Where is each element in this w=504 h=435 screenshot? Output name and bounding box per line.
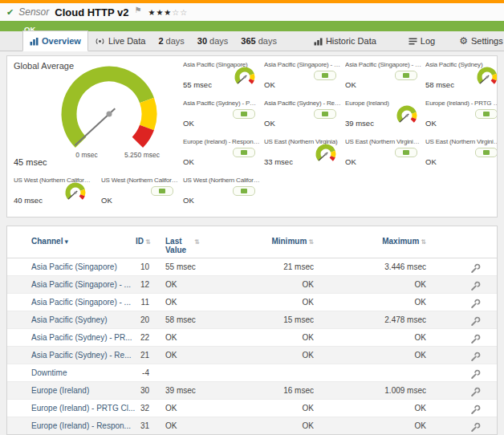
channel-cell[interactable]: Europe (Ireland) - PRTG Cloud... OK — [425, 100, 498, 130]
channel-cell[interactable]: US East (Northern Virginia) 33 msec — [264, 138, 341, 169]
channel-cell[interactable]: US West (Northern California)... OK — [101, 177, 178, 207]
cell-minimum: 21 msec — [254, 258, 314, 275]
cell-last-value: OK — [165, 329, 254, 346]
tab-log[interactable]: Log — [402, 31, 441, 51]
cell-channel[interactable]: Asia Pacific (Singapore) — [7, 258, 136, 275]
table-row[interactable]: Asia Pacific (Singapore) - ... 11 OK OK … — [7, 294, 497, 311]
channel-value: OK — [183, 119, 194, 128]
stars-filled[interactable]: ★★★ — [148, 8, 172, 17]
table-row[interactable]: Asia Pacific (Singapore) - ... 12 OK OK … — [7, 276, 497, 294]
channel-cell[interactable]: Asia Pacific (Sydney) - Respo... OK — [264, 100, 341, 130]
col-header-maximum[interactable]: Maximum⇅ — [314, 237, 426, 246]
table-row[interactable]: Asia Pacific (Sydney) - PR... 22 OK OK O… — [7, 329, 497, 347]
channel-value: OK — [264, 119, 275, 128]
tab-30-days[interactable]: 30days — [191, 31, 235, 51]
wrench-icon[interactable] — [470, 299, 481, 309]
wrench-icon[interactable] — [470, 334, 481, 344]
cell-channel[interactable]: Europe (Ireland) - Respon... — [7, 417, 136, 434]
channel-status-indicator — [395, 148, 417, 157]
table-row[interactable]: Asia Pacific (Sydney) - Re... 21 OK OK O… — [7, 347, 497, 364]
table-row[interactable]: Asia Pacific (Sydney) 20 58 msec 15 msec… — [7, 311, 497, 329]
wrench-icon[interactable] — [470, 263, 481, 274]
cell-minimum: OK — [254, 417, 314, 434]
cell-id: 32 — [136, 400, 149, 417]
cell-last-value: OK — [165, 294, 254, 311]
tab-settings[interactable]: ⚙ Settings — [453, 31, 504, 51]
channel-status-indicator — [233, 148, 255, 157]
channel-cell[interactable]: Asia Pacific (Singapore) - Res... OK — [345, 61, 422, 91]
channel-cell[interactable]: Asia Pacific (Singapore) 55 msec — [183, 61, 260, 91]
overview-icon — [30, 37, 39, 46]
cell-channel[interactable]: Asia Pacific (Sydney) - Re... — [7, 347, 136, 364]
status-ok-segment — [322, 73, 328, 78]
col-label: Last Value — [165, 237, 193, 254]
tab-365-days[interactable]: 365days — [234, 31, 283, 51]
col-header-channel[interactable]: Channel▾ — [7, 237, 136, 246]
channel-value: OK — [425, 157, 437, 166]
col-header-id[interactable]: ID⇅ — [136, 237, 149, 246]
status-ok-segment — [241, 112, 247, 116]
status-ok-segment — [241, 150, 247, 155]
channel-status-indicator — [475, 148, 498, 157]
cell-channel[interactable]: Europe (Ireland) — [7, 382, 136, 399]
channel-cell[interactable]: Asia Pacific (Sydney) - PRTG C... OK — [183, 100, 260, 130]
wrench-icon[interactable] — [470, 405, 481, 415]
settings-gear-icon: ⚙ — [459, 36, 468, 46]
priority-stars[interactable]: ★★★☆☆ — [148, 8, 188, 17]
col-header-last-value[interactable]: Last Value⇅ — [165, 237, 254, 254]
status-ok-segment — [483, 150, 490, 155]
wrench-icon[interactable] — [470, 387, 481, 397]
cell-minimum: OK — [254, 294, 314, 311]
channel-label: Asia Pacific (Sydney) - Respo... — [264, 100, 341, 107]
table-row[interactable]: Europe (Ireland) - PRTG Cl... 32 OK OK O… — [7, 400, 497, 417]
channel-table-panel: Channel▾ ID⇅ Last Value⇅ Minimum⇅ Maximu… — [6, 226, 498, 435]
channel-cell[interactable]: US East (Northern Virginia) -... OK — [345, 138, 422, 169]
channel-cell[interactable]: US West (Northern California) 40 msec — [14, 177, 91, 207]
sensor-header: ✔ Sensor Cloud HTTP v2 ⚑ ★★★☆☆ — [0, 3, 504, 21]
stars-empty[interactable]: ☆☆ — [172, 8, 188, 17]
channel-label: US East (Northern Virginia) -... — [345, 138, 422, 145]
sort-icon: ⇅ — [145, 238, 151, 246]
wrench-icon[interactable] — [470, 316, 481, 327]
tab-overview[interactable]: Overview — [22, 30, 88, 51]
table-row[interactable]: Asia Pacific (Singapore) 10 55 msec 21 m… — [7, 258, 497, 276]
cell-channel[interactable]: Europe (Ireland) - PRTG Cl... — [7, 400, 136, 417]
cell-channel[interactable]: Asia Pacific (Sydney) - PR... — [7, 329, 136, 346]
table-row[interactable]: Europe (Ireland) - Respon... 31 OK OK OK — [7, 417, 497, 435]
tab-2-days[interactable]: 2days — [152, 31, 190, 51]
wrench-icon[interactable] — [470, 352, 481, 362]
tab-live-data[interactable]: Live Data — [88, 31, 152, 51]
cell-channel[interactable]: Asia Pacific (Singapore) - ... — [7, 276, 136, 293]
table-row[interactable]: Europe (Ireland) 30 39 msec 16 msec 1.00… — [7, 382, 497, 400]
cell-channel[interactable]: Asia Pacific (Sydney) — [7, 311, 136, 328]
channel-cell[interactable]: Europe (Ireland) 39 msec — [345, 100, 422, 130]
wrench-icon[interactable] — [470, 281, 481, 291]
tab-label: Historic Data — [326, 36, 376, 46]
channel-label: US East (Northern Virginia) -... — [425, 138, 498, 145]
flag-icon[interactable]: ⚑ — [134, 6, 141, 14]
cell-channel[interactable]: Asia Pacific (Singapore) - ... — [7, 294, 136, 311]
status-ok-segment — [403, 150, 409, 155]
channel-label: Asia Pacific (Singapore) - Res... — [345, 61, 422, 68]
cell-maximum: OK — [314, 294, 426, 311]
channel-cell[interactable]: US East (Northern Virginia) -... OK — [425, 138, 498, 169]
global-average-value: 45 msec — [14, 157, 47, 167]
cell-id: 30 — [136, 382, 149, 399]
cell-maximum: OK — [314, 400, 426, 417]
channel-cell[interactable]: Asia Pacific (Sydney) 58 msec — [425, 61, 498, 91]
cell-channel[interactable]: Downtime — [7, 364, 136, 381]
channel-cell[interactable]: US West (Northern California)... OK — [183, 177, 260, 207]
cell-id: -4 — [136, 364, 149, 381]
channel-cell[interactable]: Europe (Ireland) - Response C... OK — [183, 138, 260, 169]
channel-status-indicator — [475, 109, 498, 119]
wrench-icon[interactable] — [470, 422, 481, 433]
channel-value: 39 msec — [345, 119, 374, 128]
tab-historic-data[interactable]: Historic Data — [307, 31, 383, 51]
col-header-minimum[interactable]: Minimum⇅ — [254, 237, 314, 246]
wrench-icon[interactable] — [470, 369, 481, 380]
table-row[interactable]: Downtime -4 — [7, 364, 497, 382]
col-label: Minimum — [271, 237, 307, 246]
channel-cell[interactable]: Asia Pacific (Singapore) - PR... OK — [264, 61, 341, 91]
tab-label: Settings — [471, 36, 503, 46]
channel-status-indicator — [151, 186, 173, 196]
